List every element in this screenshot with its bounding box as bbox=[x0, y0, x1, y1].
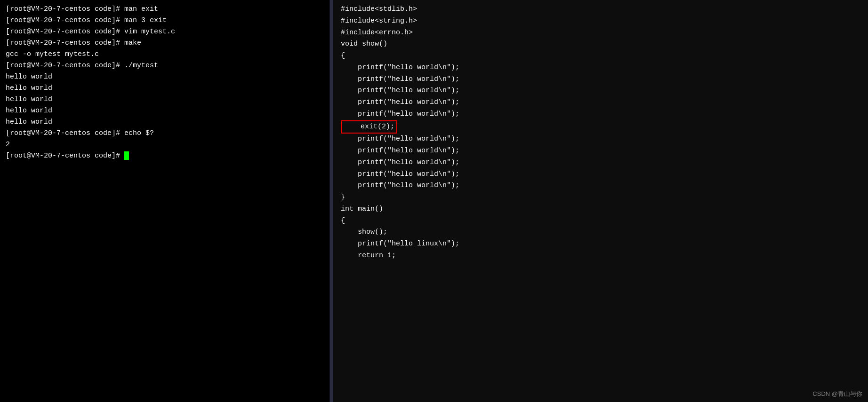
terminal-output-line: hello world bbox=[6, 105, 324, 117]
terminal-cursor bbox=[124, 151, 129, 160]
code-line: printf("hello world\n"); bbox=[341, 85, 860, 97]
terminal-output-line: hello world bbox=[6, 71, 324, 83]
terminal-output-line: 2 bbox=[6, 139, 324, 150]
code-line: printf("hello world\n"); bbox=[341, 134, 860, 145]
code-line: #include<errno.h> bbox=[341, 27, 860, 39]
terminal-output-line: hello world bbox=[6, 94, 324, 105]
terminal-prompt-line: [root@VM-20-7-centos code]# echo $? bbox=[6, 128, 324, 139]
terminal-prompt-line: [root@VM-20-7-centos code]# make bbox=[6, 38, 324, 49]
code-line: #include<stdlib.h> bbox=[341, 4, 860, 16]
panel-divider bbox=[330, 0, 333, 402]
watermark: CSDN @青山与你 bbox=[812, 390, 862, 398]
code-line: printf("hello world\n"); bbox=[341, 109, 860, 120]
terminal-cursor-line: [root@VM-20-7-centos code]# bbox=[6, 150, 324, 162]
terminal-prompt-line: [root@VM-20-7-centos code]# man 3 exit bbox=[6, 15, 324, 26]
terminal-output-line: hello world bbox=[6, 83, 324, 94]
code-line: printf("hello world\n"); bbox=[341, 145, 860, 157]
terminal-prompt-line: [root@VM-20-7-centos code]# vim mytest.c bbox=[6, 26, 324, 38]
code-line: { bbox=[341, 215, 860, 227]
terminal-prompt-line: [root@VM-20-7-centos code]# ./mytest bbox=[6, 60, 324, 71]
terminal-output-line: gcc -o mytest mytest.c bbox=[6, 49, 324, 60]
code-line: { bbox=[341, 50, 860, 62]
code-right: #include<stdlib.h>#include<string.h>#inc… bbox=[333, 0, 868, 402]
code-line: void show() bbox=[341, 39, 860, 50]
code-line: printf("hello world\n"); bbox=[341, 169, 860, 181]
code-line: } bbox=[341, 192, 860, 204]
terminal-left: [root@VM-20-7-centos code]# man exit[roo… bbox=[0, 0, 330, 402]
code-line: #include<string.h> bbox=[341, 16, 860, 27]
terminal-output-line: hello world bbox=[6, 117, 324, 128]
code-line: printf("hello world\n"); bbox=[341, 74, 860, 86]
code-line: printf("hello linux\n"); bbox=[341, 238, 860, 250]
highlighted-code-line: exit(2); bbox=[341, 120, 860, 134]
code-line: printf("hello world\n"); bbox=[341, 157, 860, 169]
terminal-prompt-line: [root@VM-20-7-centos code]# man exit bbox=[6, 4, 324, 15]
code-line: return 1; bbox=[341, 250, 860, 262]
code-line: printf("hello world\n"); bbox=[341, 180, 860, 192]
code-line: printf("hello world\n"); bbox=[341, 97, 860, 109]
code-line: int main() bbox=[341, 204, 860, 215]
code-line: show(); bbox=[341, 227, 860, 238]
code-line: printf("hello world\n"); bbox=[341, 62, 860, 74]
